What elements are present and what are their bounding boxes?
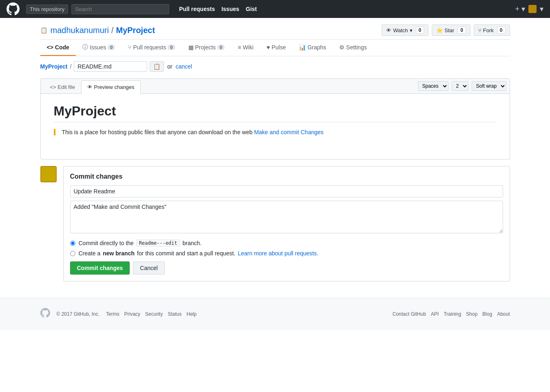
footer-about-link[interactable]: About	[497, 311, 510, 317]
blockquote-text: This is a place for hosting public files…	[62, 129, 254, 135]
commit-summary-input[interactable]	[70, 185, 503, 197]
commit-direct-prefix: Commit directly to the	[79, 240, 134, 246]
github-logo[interactable]	[7, 2, 20, 16]
code-icon: <>	[47, 44, 53, 51]
editor-settings: Spaces Tabs 2 4 Soft wrap No wrap	[418, 80, 506, 93]
preview-label: Preview changes	[94, 84, 135, 90]
footer-links-right: Contact GitHub API Training Shop Blog Ab…	[393, 311, 510, 317]
indent-size-select[interactable]: 2 4	[452, 81, 468, 91]
footer-training-link[interactable]: Training	[444, 311, 461, 317]
preview-content: MyProject This is a place for hosting pu…	[41, 94, 510, 159]
preview-changes-tab[interactable]: 👁 Preview changes	[81, 80, 141, 94]
commit-changes-button[interactable]: Commit changes	[70, 261, 130, 275]
avatar-image	[41, 167, 56, 182]
repo-owner-link[interactable]: madhukanumuri	[51, 26, 109, 35]
committer-avatar	[40, 166, 57, 182]
edit-code-icon: <>	[50, 84, 56, 90]
projects-icon: ▦	[188, 44, 194, 51]
top-nav-right: + ▾ ▾	[515, 4, 543, 13]
breadcrumb-actions: 📋 or cancel	[150, 61, 192, 72]
commit-branch-radio[interactable]	[70, 251, 75, 256]
tab-graphs[interactable]: 📊 Graphs	[292, 40, 333, 56]
footer-blog-link[interactable]: Blog	[482, 311, 492, 317]
spaces-select[interactable]: Spaces Tabs	[418, 81, 448, 91]
commit-branch-suffix: for this commit and start a pull request…	[137, 250, 235, 257]
footer-security-link[interactable]: Security	[145, 311, 163, 317]
pullrequests-link[interactable]: Pull requests	[179, 6, 215, 12]
pulse-icon: ♥	[267, 44, 270, 51]
breadcrumb-repo-link[interactable]: MyProject	[40, 63, 68, 70]
commit-branch-option: Create a new branch for this commit and …	[70, 250, 503, 257]
tab-wiki[interactable]: ≡ Wiki	[231, 40, 260, 56]
repo-separator: /	[111, 26, 114, 35]
commit-section-title: Commit changes	[70, 173, 503, 180]
footer-status-link[interactable]: Status	[168, 311, 181, 317]
commit-section: Commit changes Added "Make and Commit Ch…	[40, 166, 510, 281]
cancel-edit-link[interactable]: cancel	[176, 63, 192, 70]
gist-link[interactable]: Gist	[246, 6, 257, 12]
breadcrumb-separator: /	[70, 63, 71, 70]
preview-heading: MyProject	[54, 104, 497, 122]
user-avatar[interactable]	[528, 5, 537, 13]
preview-blockquote: This is a place for hosting public files…	[54, 129, 497, 135]
footer-shop-link[interactable]: Shop	[466, 311, 477, 317]
repo-scope-label[interactable]: This repository	[26, 4, 68, 14]
watch-button[interactable]: 👁 Watch ▾ 0	[382, 24, 429, 36]
breadcrumb-or-text: or	[167, 63, 172, 70]
issues-link[interactable]: Issues	[221, 6, 239, 12]
cancel-commit-button[interactable]: Cancel	[133, 261, 165, 275]
commit-direct-radio[interactable]	[70, 241, 75, 246]
main-content: 📋 madhukanumuri / MyProject 👁 Watch ▾ 0 …	[31, 18, 520, 281]
footer-inner: © 2017 GitHub, Inc. Terms Privacy Securi…	[31, 308, 520, 320]
tab-projects[interactable]: ▦ Projects 0	[182, 40, 232, 56]
commit-branch-prefix: Create a	[79, 250, 101, 257]
footer-help-link[interactable]: Help	[186, 311, 197, 317]
editor-tab-group: <> Edit file 👁 Preview changes	[44, 79, 141, 93]
repo-title: 📋 madhukanumuri / MyProject	[40, 26, 155, 35]
fork-icon: ⑂	[478, 27, 482, 33]
tab-pulse[interactable]: ♥ Pulse	[260, 40, 292, 56]
footer-terms-link[interactable]: Terms	[106, 311, 119, 317]
commit-form: Commit changes Added "Make and Commit Ch…	[63, 166, 510, 281]
issues-icon: ⓘ	[82, 44, 88, 51]
commit-direct-suffix: branch.	[183, 240, 202, 246]
commit-direct-option: Commit directly to the Readme---edit bra…	[70, 239, 503, 247]
star-button[interactable]: ⭐ Star 0	[432, 24, 470, 36]
tab-code[interactable]: <> Code	[40, 40, 76, 56]
new-item-button[interactable]: + ▾	[515, 4, 525, 13]
site-footer: © 2017 GitHub, Inc. Terms Privacy Securi…	[0, 298, 550, 330]
tab-issues[interactable]: ⓘ Issues 0	[76, 40, 122, 56]
soft-wrap-select[interactable]: Soft wrap No wrap	[472, 81, 506, 91]
search-wrapper: This repository	[26, 4, 169, 14]
footer-privacy-link[interactable]: Privacy	[124, 311, 140, 317]
search-input[interactable]	[71, 4, 169, 14]
fork-button[interactable]: ⑂ Fork 0	[474, 24, 510, 36]
repo-name-link[interactable]: MyProject	[116, 26, 155, 35]
pr-icon: ⑂	[128, 44, 131, 51]
blockquote-link[interactable]: Make and commit Changes	[254, 129, 323, 135]
repo-actions: 👁 Watch ▾ 0 ⭐ Star 0 ⑂ Fork 0	[382, 24, 510, 36]
tab-pullrequests[interactable]: ⑂ Pull requests 0	[121, 40, 181, 56]
commit-actions: Commit changes Cancel	[70, 261, 503, 275]
top-navigation: This repository Pull requests Issues Gis…	[0, 0, 550, 18]
footer-api-link[interactable]: API	[431, 311, 439, 317]
footer-links-left: Terms Privacy Security Status Help	[106, 311, 197, 317]
learn-more-link[interactable]: Learn more about pull requests.	[238, 250, 318, 257]
footer-copyright: © 2017 GitHub, Inc.	[57, 311, 100, 317]
wiki-icon: ≡	[238, 44, 241, 51]
commit-description-textarea[interactable]: Added "Make and Commit Changes"	[70, 201, 503, 233]
filename-input[interactable]	[74, 61, 147, 72]
footer-github-logo	[40, 308, 50, 320]
fork-count: 0	[497, 27, 506, 34]
eye-icon: 👁	[386, 27, 391, 33]
tab-settings[interactable]: ⚙ Settings	[333, 40, 373, 56]
copy-path-button[interactable]: 📋	[150, 61, 164, 72]
footer-contact-link[interactable]: Contact GitHub	[393, 311, 426, 317]
star-label: Star	[444, 27, 454, 33]
commit-direct-label: Commit directly to the Readme---edit bra…	[79, 239, 202, 247]
editor-tabs-bar: <> Edit file 👁 Preview changes Spaces Ta…	[41, 79, 510, 94]
edit-file-tab[interactable]: <> Edit file	[44, 80, 81, 93]
star-icon: ⭐	[436, 27, 443, 33]
new-branch-text: new branch	[103, 250, 135, 257]
user-menu-button[interactable]: ▾	[540, 4, 543, 13]
